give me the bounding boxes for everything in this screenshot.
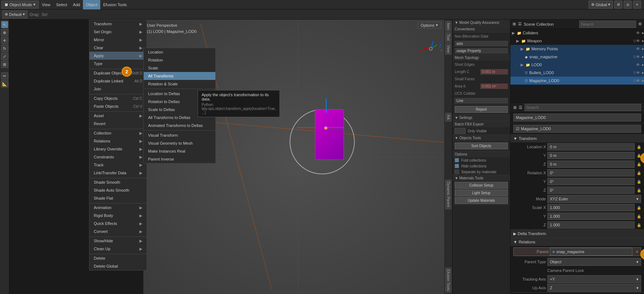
location-y-field[interactable]: 0 m [547, 152, 635, 159]
tab-dynamic-parent[interactable]: Dynamic Parent [445, 180, 451, 209]
up-axis-select[interactable]: Z ▾ [547, 284, 641, 292]
transform-tool[interactable]: ⊞ [1, 61, 8, 68]
transform-section-header[interactable]: ▼ Transform [510, 135, 644, 142]
menu-collection[interactable]: Collection ▶ [89, 129, 147, 137]
menu-mirror[interactable]: Mirror ▶ [89, 36, 147, 44]
eye-icon[interactable]: 👁 [636, 78, 640, 83]
tree-item-memory-points[interactable]: ▶ 📁 Memory Points 👁 ● [510, 45, 644, 53]
orientation-default[interactable]: ⊕ Default ▾ [2, 10, 28, 18]
mode-selector[interactable]: ◼ Object Mode ▾ [1, 1, 39, 9]
report-btn[interactable]: Report [453, 105, 510, 114]
eye-icon[interactable]: 👁 [636, 31, 640, 35]
render-icon[interactable]: ● [641, 47, 644, 51]
outliner-search[interactable] [579, 21, 636, 28]
parent-field[interactable]: ■ snap_magazine [550, 248, 632, 256]
render-icon[interactable]: ● [641, 63, 644, 67]
parent-close-icon[interactable]: ✕ [635, 250, 639, 254]
menu-paste-objects[interactable]: Paste Objects Ctrl V [89, 102, 147, 110]
menu-clear[interactable]: Clear ▶ [89, 44, 147, 52]
proportional-btn[interactable]: ◎ [624, 1, 632, 9]
menu-rigid-body[interactable]: Rigid Body ▶ [89, 212, 147, 220]
lock-icon[interactable]: 🔒 [637, 214, 641, 218]
object-name2-field[interactable]: ☑ Magazine_LOD0 [513, 125, 641, 133]
menu-show-hide[interactable]: Show/Hide ▶ [89, 237, 147, 245]
view-menu[interactable]: View [39, 0, 53, 9]
lock-icon[interactable]: 🔒 [637, 180, 641, 184]
light-setup-btn[interactable]: Light Setup [455, 189, 508, 196]
tree-item-lod0[interactable]: ▶ 📁 LOD0 👁 ● [510, 61, 644, 69]
menu-duplicate-linked[interactable]: Duplicate Linked Alt D [89, 77, 147, 85]
sort-objects-button[interactable]: Sort Objects [455, 142, 508, 149]
apply-scale[interactable]: Scale [144, 64, 215, 72]
scale-tool[interactable]: ⤢ [1, 53, 8, 60]
cursor-tool[interactable]: ⊕ [1, 29, 8, 36]
menu-animation[interactable]: Animation ▶ [89, 204, 147, 212]
scale-y-field[interactable]: 1.000 [547, 213, 635, 220]
menu-track[interactable]: Track ▶ [89, 161, 147, 169]
menu-clean-up[interactable]: Clean Up ▶ [89, 245, 147, 253]
menu-relations[interactable]: Relations ▶ [89, 137, 147, 145]
apply-visual-geometry-to-mesh[interactable]: Visual Geometry to Mesh [144, 139, 215, 147]
object-name-field[interactable]: Magazine_LOD0 [513, 114, 641, 122]
tree-item-snap-magazine[interactable]: ◆ snap_magazine ▽ 👁 ● [510, 53, 644, 61]
menu-convert[interactable]: Convert ▶ [89, 227, 147, 235]
separate-by-materials-cb[interactable] [455, 170, 459, 174]
rotation-y-field[interactable]: 0° [547, 178, 635, 185]
tab-item[interactable]: Item [445, 21, 451, 31]
lock-icon[interactable]: 🔒 [637, 162, 641, 166]
lock-icon[interactable]: 🔒 [637, 223, 641, 227]
apply-rotation-scale[interactable]: Rotation & Scale [144, 80, 215, 88]
apply-make-instances-real[interactable]: Make Instances Real [144, 147, 215, 155]
render-icon[interactable]: ● [641, 55, 644, 59]
menu-copy-objects[interactable]: Copy Objects Ctrl C [89, 94, 147, 102]
menu-join[interactable]: Join [89, 85, 147, 93]
report-button[interactable]: Report [455, 106, 508, 113]
tab-efusion-tools[interactable]: Efusion Tools [445, 268, 451, 293]
eye-icon[interactable]: 👁 [636, 63, 640, 67]
rotation-x-field[interactable]: 0° [547, 169, 635, 176]
lock-icon[interactable]: 🔒 [637, 206, 641, 210]
tab-view[interactable]: View [445, 43, 451, 55]
menu-quick-effects[interactable]: Quick Effects ▶ [89, 220, 147, 227]
lock-icon[interactable]: 🔒 [637, 171, 641, 175]
menu-delete-global[interactable]: Delete Global [89, 262, 147, 270]
options-btn[interactable]: Options ▾ [417, 22, 441, 29]
scale-z-field[interactable]: 1.000 [547, 221, 635, 229]
rotate-tool[interactable]: ↻ [1, 45, 8, 52]
tracking-axis-select[interactable]: +Y ▾ [547, 275, 641, 283]
menu-set-origin[interactable]: Set Origin ▶ [89, 28, 147, 36]
select-tool[interactable]: ↖ [1, 21, 8, 28]
update-materials-btn[interactable]: Update Materials [455, 197, 508, 204]
rotation-z-field[interactable]: 0° [547, 187, 635, 194]
props-search[interactable] [525, 104, 641, 111]
menu-delete[interactable]: Delete [89, 254, 147, 262]
menu-transform[interactable]: Transform ▶ [89, 20, 147, 28]
snap-btn[interactable]: ⚙ [614, 1, 622, 9]
lock-icon[interactable]: 🔒 [637, 188, 641, 192]
render-icon[interactable]: ● [641, 39, 644, 43]
fold-collections-cb[interactable] [455, 158, 459, 162]
mode-select[interactable]: XYZ Euler ▾ [547, 195, 641, 203]
location-z-field[interactable]: 0 m [547, 161, 635, 168]
eye-icon[interactable]: 👁 [636, 47, 640, 51]
move-tool[interactable]: ✛ [1, 37, 8, 44]
add-menu[interactable]: Add [70, 0, 83, 9]
menu-link-transfer[interactable]: Link/Transfer Data ▶ [89, 169, 147, 177]
location-x-field[interactable]: 0 m [547, 143, 635, 150]
lock-icon[interactable]: 🔒 [637, 145, 641, 149]
relations-section-header[interactable]: ▼ Relations [510, 238, 644, 246]
options-btn[interactable]: ≡ [633, 1, 641, 9]
tab-tool[interactable]: Tool [445, 32, 451, 42]
eye-icon[interactable]: 👁 [636, 71, 640, 75]
delta-section-header[interactable]: ▶ Delta Transform [510, 230, 644, 238]
menu-shade-auto-smooth[interactable]: Shade Auto Smooth [89, 186, 147, 194]
apply-rotation[interactable]: Rotation [144, 56, 215, 64]
filter-icon[interactable]: ⚙ [638, 22, 642, 26]
render-icon[interactable]: ● [641, 78, 644, 83]
eye-icon[interactable]: 👁 [636, 39, 640, 43]
render-icon[interactable]: ● [641, 71, 644, 75]
menu-library-override[interactable]: Library Override ▶ [89, 145, 147, 153]
select-menu[interactable]: Select [53, 0, 70, 9]
eye-icon[interactable]: 👁 [636, 55, 640, 59]
orientation-btn[interactable]: ⊕ Global ▾ [589, 1, 613, 9]
